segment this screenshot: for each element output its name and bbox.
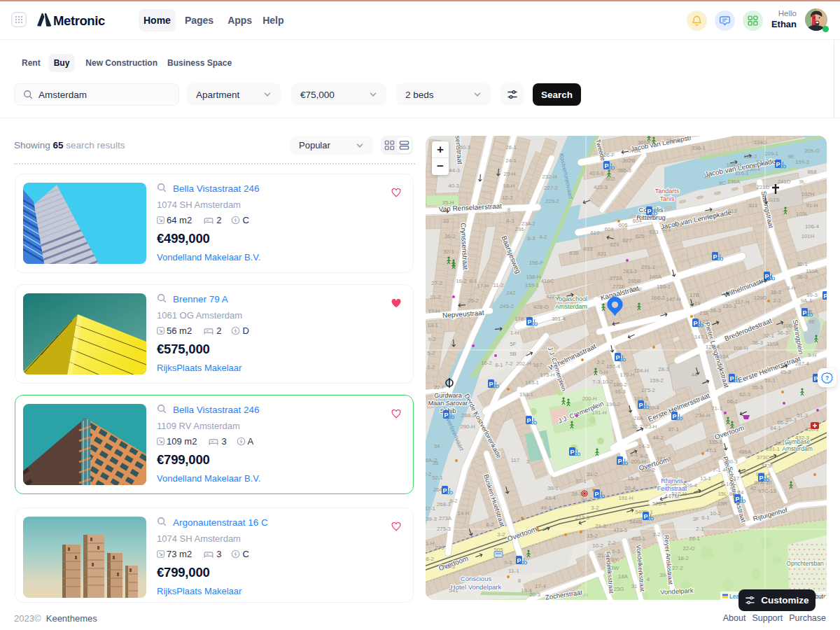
svg-text:1A: 1A <box>704 173 710 179</box>
svg-text:60-3: 60-3 <box>727 458 738 465</box>
svg-text:175-H: 175-H <box>540 372 554 378</box>
svg-text:11-2: 11-2 <box>493 282 503 288</box>
svg-text:242: 242 <box>506 290 515 296</box>
svg-text:11-1: 11-1 <box>508 568 519 574</box>
svg-text:625: 625 <box>635 233 645 239</box>
svg-text:17-H: 17-H <box>477 283 489 289</box>
svg-text:301-4: 301-4 <box>552 316 566 322</box>
svg-text:130-4: 130-4 <box>746 166 761 172</box>
svg-text:P: P <box>643 513 648 520</box>
svg-text:6-10: 6-10 <box>721 481 732 487</box>
svg-text:3: 3 <box>526 458 529 465</box>
svg-text:P: P <box>759 475 763 482</box>
svg-text:7-3: 7-3 <box>592 379 600 385</box>
svg-text:35: 35 <box>433 460 439 466</box>
svg-text:36-3: 36-3 <box>797 274 808 280</box>
svg-text:21-2: 21-2 <box>430 294 441 300</box>
svg-text:14-3: 14-3 <box>638 443 650 449</box>
svg-text:156-F: 156-F <box>529 260 544 266</box>
svg-text:2-3: 2-3 <box>773 298 780 304</box>
svg-text:180-2: 180-2 <box>613 382 627 388</box>
svg-text:268-3: 268-3 <box>437 501 451 507</box>
svg-text:213-3: 213-3 <box>575 514 589 521</box>
svg-text:38-3: 38-3 <box>752 340 763 346</box>
svg-text:279: 279 <box>435 545 444 551</box>
svg-text:20-3: 20-3 <box>529 592 540 598</box>
svg-text:422-3: 422-3 <box>546 293 560 300</box>
svg-text:106-4: 106-4 <box>783 323 797 329</box>
svg-text:110A: 110A <box>766 341 779 347</box>
svg-text:273E: 273E <box>612 284 625 290</box>
svg-text:39-1: 39-1 <box>547 485 559 491</box>
svg-text:17-H: 17-H <box>428 308 440 314</box>
svg-text:10-2: 10-2 <box>592 542 603 549</box>
svg-text:1-H: 1-H <box>510 330 519 336</box>
svg-text:109-1: 109-1 <box>764 150 778 157</box>
svg-text:103L: 103L <box>796 211 808 217</box>
svg-text:18A: 18A <box>618 573 629 580</box>
svg-text:36-3: 36-3 <box>777 330 788 336</box>
svg-text:P: P <box>693 320 697 327</box>
svg-text:106-4: 106-4 <box>805 223 820 230</box>
svg-text:526-4: 526-4 <box>652 500 667 507</box>
svg-text:604: 604 <box>632 218 642 224</box>
svg-text:158-H: 158-H <box>526 274 540 280</box>
svg-text:147-1: 147-1 <box>694 334 708 340</box>
svg-text:629: 629 <box>610 241 619 248</box>
svg-text:8-2: 8-2 <box>486 522 493 528</box>
svg-text:Conscious: Conscious <box>461 575 492 582</box>
svg-text:610: 610 <box>590 230 600 236</box>
svg-text:37-1: 37-1 <box>668 426 679 433</box>
svg-text:4-1: 4-1 <box>722 467 730 473</box>
svg-text:2-2: 2-2 <box>426 471 432 477</box>
svg-text:3-H: 3-H <box>787 285 796 291</box>
svg-text:20-4: 20-4 <box>648 405 659 411</box>
svg-text:6-H: 6-H <box>599 369 608 375</box>
svg-text:62-3: 62-3 <box>739 391 750 398</box>
svg-text:10-2: 10-2 <box>602 379 613 385</box>
svg-text:Gurdwara: Gurdwara <box>434 392 462 399</box>
svg-text:623: 623 <box>649 229 658 235</box>
svg-text:209-O: 209-O <box>804 148 820 154</box>
svg-text:P: P <box>604 162 608 169</box>
svg-text:14-H: 14-H <box>458 510 470 517</box>
svg-text:506-4: 506-4 <box>683 482 698 489</box>
svg-text:Rhijnvis: Rhijnvis <box>661 477 683 484</box>
svg-text:28-1: 28-1 <box>505 144 517 150</box>
svg-text:P: P <box>647 208 651 215</box>
svg-text:8-3: 8-3 <box>527 235 535 241</box>
svg-text:335-1: 335-1 <box>708 439 722 445</box>
svg-text:31: 31 <box>631 583 638 589</box>
svg-text:50-3: 50-3 <box>459 144 470 150</box>
svg-text:1-H: 1-H <box>426 540 434 547</box>
svg-text:P: P <box>776 161 780 168</box>
svg-text:117-H: 117-H <box>735 299 750 305</box>
svg-text:12-2: 12-2 <box>502 195 513 201</box>
svg-text:627: 627 <box>622 237 631 244</box>
svg-text:19: 19 <box>694 300 701 307</box>
svg-text:P: P <box>527 318 531 326</box>
svg-text:147-H: 147-H <box>666 296 680 302</box>
svg-text:44-3: 44-3 <box>449 167 460 174</box>
svg-text:200-H: 200-H <box>631 458 645 465</box>
svg-text:606: 606 <box>618 222 627 228</box>
svg-text:8-2: 8-2 <box>449 498 457 504</box>
svg-text:37: 37 <box>743 471 750 477</box>
svg-text:?: ? <box>825 374 829 382</box>
svg-text:16-H: 16-H <box>503 183 515 189</box>
svg-text:221D: 221D <box>757 184 770 190</box>
svg-text:21-3: 21-3 <box>595 523 606 529</box>
svg-text:36-2: 36-2 <box>444 233 456 239</box>
svg-text:51-3: 51-3 <box>797 412 808 419</box>
svg-text:P: P <box>570 449 574 456</box>
svg-text:Tanis: Tanis <box>659 195 675 202</box>
svg-text:42: 42 <box>750 485 757 491</box>
svg-text:229-2: 229-2 <box>545 198 559 204</box>
svg-text:199-3: 199-3 <box>795 159 809 165</box>
svg-text:175-2: 175-2 <box>641 387 655 393</box>
svg-text:Amsterdam: Amsterdam <box>555 303 587 310</box>
svg-text:P: P <box>729 375 734 382</box>
svg-text:8: 8 <box>507 206 510 213</box>
svg-text:486A: 486A <box>738 449 752 455</box>
svg-text:4-3: 4-3 <box>506 218 514 224</box>
